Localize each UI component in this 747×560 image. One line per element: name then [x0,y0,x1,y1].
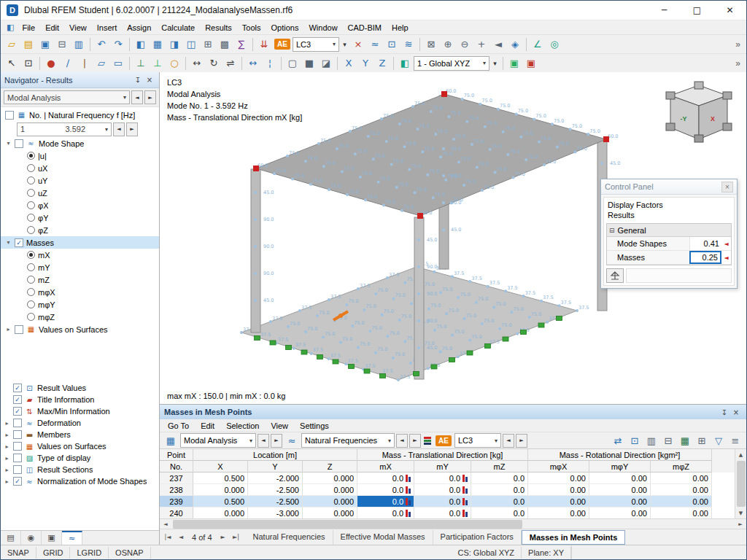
navigator-tab-views[interactable]: ▣ [42,531,62,545]
table-cell[interactable]: -2.000 [248,472,303,484]
undo-icon[interactable]: ↶ [93,36,109,52]
mirror-icon[interactable]: ⇌ [222,55,239,71]
col-header-mx[interactable]: mX [357,461,414,472]
col-header-point[interactable]: Point [160,449,193,461]
table-filter-icon[interactable]: ▽ [711,432,727,448]
grid-snap-icon[interactable]: ⊞ [200,36,216,52]
previous-table-button[interactable]: ◄ [258,434,269,448]
display-option-deformation[interactable]: ▸≈Deformation [1,417,159,429]
new-model-icon[interactable]: ▱ [4,36,20,52]
table-cell[interactable]: 0.00 [589,484,651,496]
view-z-icon[interactable]: Z [374,55,390,71]
pin-icon[interactable]: ↧ [719,408,730,416]
menu-options[interactable]: Options [266,22,304,34]
menu-view[interactable]: View [64,22,92,34]
zoom-in-icon[interactable]: ⊕ [440,36,456,52]
expander-icon[interactable]: ▸ [4,432,10,438]
table-cell[interactable]: 0.00 [651,508,712,518]
col-group-location[interactable]: Location [m] [193,449,357,461]
reset-arrow-icon[interactable]: ◄ [721,254,731,261]
tree-item-natural-frequency[interactable]: ▦ No. | Natural Frequency f [Hz] [1,109,159,121]
close-button[interactable]: ✕ [713,1,746,20]
table-cell[interactable]: 0.000 [303,484,357,496]
zoom-window-icon[interactable]: ⊠ [423,36,439,52]
col-header-my[interactable]: mY [414,461,471,472]
table-cell[interactable]: 0.00 [528,472,589,484]
show-loads-icon[interactable]: ⇊ [256,36,272,52]
table-cell[interactable]: 0.0 [357,508,414,518]
new-line-icon[interactable]: ∕ [60,55,76,71]
expander-icon[interactable]: ▸ [4,467,10,473]
table-tab-effective-modal-masses[interactable]: Effective Modal Masses [333,530,433,545]
table-cell[interactable]: 0.0 [357,484,414,496]
new-opening-icon[interactable]: ▭ [110,55,126,71]
view-x-icon[interactable]: X [341,55,357,71]
save-model-icon[interactable]: ▣ [37,36,53,52]
menu-tools[interactable]: Tools [237,22,266,34]
coordinate-system-status[interactable]: CS: Global XYZ [451,547,522,559]
import-table-icon[interactable]: ⊞ [694,432,710,448]
menu-calculate[interactable]: Calculate [156,22,200,34]
next-table-page-button[interactable]: ► [217,531,230,544]
checkbox-icon[interactable] [13,454,22,462]
mode-shape-option-z[interactable]: φZ [1,224,159,236]
navigation-cube[interactable]: -Y X [659,81,739,150]
col-header-x[interactable]: X [193,461,248,472]
masses-option-my[interactable]: mY [1,261,159,273]
new-member-icon[interactable]: | [77,55,93,71]
collapse-icon[interactable]: ⊟ [609,227,615,234]
panel-toggle-icon[interactable]: ◨ [166,36,182,52]
table-cell[interactable]: 0.000 [193,508,248,518]
analysis-type-combo[interactable]: Modal Analysis ▾ [4,90,130,104]
table-cell[interactable]: 0.0 [414,508,471,518]
col-header-mphiy[interactable]: mφY [589,461,651,472]
navigator-close-icon[interactable]: × [144,76,155,84]
load-case-combo[interactable]: LC3▾ [293,37,339,52]
navigator-tab-display[interactable]: ◉ [21,531,42,545]
tables-toggle-icon[interactable]: ▦ [150,36,166,52]
toolbar2-overflow[interactable]: » [732,58,743,69]
table-horizontal-scrollbar[interactable]: ◄ ► [160,518,746,529]
table-settings-icon[interactable]: ≡ [727,432,743,448]
previous-mode-button[interactable]: ◄ [113,122,125,136]
print-graphic-icon[interactable]: ⊟ [54,36,70,52]
table-cell[interactable]: 0.00 [589,508,651,518]
checkbox-icon[interactable]: ✓ [13,407,22,416]
new-visibility-icon[interactable]: ▣ [506,55,522,71]
table-cell[interactable]: 0.00 [651,496,712,508]
table-tab-natural-frequencies[interactable]: Natural Frequencies [246,530,333,545]
col-header-mphix[interactable]: mφX [528,461,589,472]
menu-assign[interactable]: Assign [122,22,156,34]
pan-view-icon[interactable]: + [473,36,489,52]
collapse-icon[interactable]: ▾ [5,239,12,246]
display-option-type-of-display[interactable]: ▸▨Type of display [1,452,159,464]
snap-toggle[interactable]: SNAP [1,547,36,559]
cs-list-icon[interactable]: ▾ [490,55,500,71]
nodal-support-icon[interactable]: ⊥ [133,55,149,71]
display-option-normalization-of-mode-shapes[interactable]: ▸✓≈Normalization of Mode Shapes [1,475,159,487]
table-cell[interactable]: 0.00 [589,472,651,484]
reset-arrow-icon[interactable]: ◄ [721,241,731,247]
sync-selection-icon[interactable]: ⇄ [610,432,626,448]
mode-shape-option-uy[interactable]: uY [1,174,159,187]
previous-load-case-button[interactable]: ◄ [503,434,514,448]
mode-shape-option-y[interactable]: φY [1,211,159,224]
table-cell[interactable]: 0.0 [471,484,528,496]
next-result-button[interactable]: ► [409,434,421,448]
display-option-result-values[interactable]: ✓⊡Result Values [1,382,159,394]
table-menu-settings[interactable]: Settings [295,421,334,431]
table-row-240[interactable]: 2400.000-3.0000.0000.00.00.00.000.000.00 [160,508,746,518]
table-row-239[interactable]: 2390.500-2.5000.0000.00.00.00.000.000.00 [160,496,746,508]
col-header-z[interactable]: Z [303,461,357,472]
select-pointer-icon[interactable]: ↖ [4,55,20,71]
coordinate-system-combo[interactable]: 1 - Global XYZ▾ [414,56,489,71]
table-row-238[interactable]: 2380.000-2.5000.0000.00.00.00.000.000.00 [160,484,746,496]
data-navigator-toggle-icon[interactable]: ◧ [133,36,149,52]
redo-icon[interactable]: ↷ [110,36,126,52]
dual-view-icon[interactable]: ◫ [183,36,199,52]
menu-file[interactable]: File [17,22,40,34]
menu-results[interactable]: Results [200,22,237,34]
work-plane-status[interactable]: Plane: XY [522,547,571,559]
tree-group-mode-shape[interactable]: ▾ ≈ Mode Shape [1,137,159,149]
menu-cad-bim[interactable]: CAD-BIM [343,22,387,34]
